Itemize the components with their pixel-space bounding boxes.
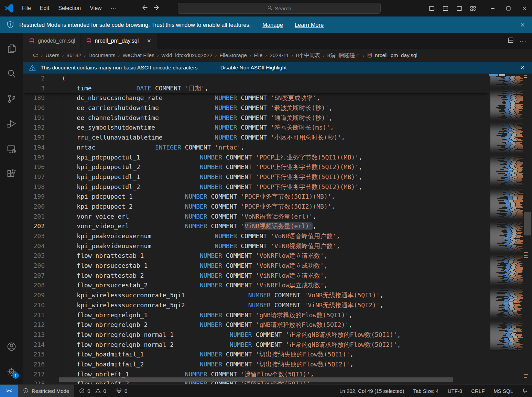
code-line[interactable]: 198 kpi_pdcpupoctdl_2 NUMBER COMMENT 'PD… xyxy=(23,182,488,192)
code-line[interactable]: 193 rru_cellunavailabletime NUMBER COMME… xyxy=(23,133,488,143)
breadcrumb-item[interactable]: File xyxy=(253,52,263,59)
command-center-search[interactable]: Search xyxy=(178,3,381,14)
code-line[interactable]: 199 kpi_pdcpupoct_1 NUMBER COMMENT 'PDCP… xyxy=(23,192,488,202)
editor-more-actions-icon[interactable]: ··· xyxy=(517,37,529,45)
remote-explorer-icon[interactable] xyxy=(4,141,20,157)
menu-file[interactable]: File xyxy=(18,3,35,13)
disable-non-ascii-link[interactable]: Disable Non ASCII Highlight xyxy=(220,65,287,71)
menu-overflow-icon[interactable]: ··· xyxy=(107,3,120,13)
code-line[interactable]: 203 kpi_peakvoiceusernum NUMBER COMMENT … xyxy=(23,231,488,241)
code-line[interactable]: 216 flow_hoadmitfail_2 NUMBER COMMENT '切… xyxy=(23,360,488,370)
minimize-button[interactable] xyxy=(485,0,500,16)
encoding-status[interactable]: UTF-8 xyxy=(443,388,467,394)
breadcrumb-file[interactable]: nrcell_pm_day.sql xyxy=(367,52,417,58)
run-debug-icon[interactable] xyxy=(4,116,20,132)
line-content: ee_symbolshutdowntime NUMBER COMMENT '符号… xyxy=(45,123,488,133)
code-line[interactable]: 189 dc_nbrsuccsnchange_rate NUMBER COMME… xyxy=(23,93,488,103)
notifications-bell-icon[interactable] xyxy=(518,388,532,394)
split-editor-icon[interactable] xyxy=(508,37,514,45)
restricted-banner-message: Restricted Mode is intended for safe cod… xyxy=(19,22,251,28)
code-line[interactable]: 215 flow_hoadmitfail_1 NUMBER COMMENT '切… xyxy=(23,350,488,360)
breadcrumb-item[interactable]: 8涓□腑闂磋〃 xyxy=(327,51,360,60)
forward-button[interactable] xyxy=(153,4,160,12)
code-line[interactable]: 194 nrtac INTEGER COMMENT 'nrtac', xyxy=(23,143,488,153)
code-line[interactable]: 200 kpi_pdcpupoct_2 NUMBER COMMENT 'PDCP… xyxy=(23,202,488,212)
breadcrumb-item[interactable]: FileStorage xyxy=(219,52,247,59)
code-line[interactable]: 190 ee_carriershutdowntime NUMBER COMMEN… xyxy=(23,103,488,113)
problems-status[interactable]: 0 0 xyxy=(74,385,111,397)
line-content: kpi_wirelesssuccconnrate_5qi2 NUMBER COM… xyxy=(45,300,488,310)
code-line[interactable]: 195 kpi_pdcpupoctul_1 NUMBER COMMENT 'PD… xyxy=(23,153,488,163)
restricted-mode-status[interactable]: Restricted Mode xyxy=(18,385,74,397)
breadcrumb-item[interactable]: C: xyxy=(33,52,39,59)
language-mode-status[interactable]: MS SQL xyxy=(489,388,518,394)
line-content: vonr_voice_erl NUMBER COMMENT 'VoNR语音话务量… xyxy=(45,212,488,222)
account-icon[interactable] xyxy=(4,339,20,354)
code-editor[interactable]: 2(3 time DATE COMMENT '日期', 189 dc_nbrsu… xyxy=(23,74,532,384)
tab-gnodeb_cm.sql[interactable]: gnodeb_cm.sql xyxy=(23,33,80,49)
breadcrumb-separator: › xyxy=(215,53,217,58)
code-line[interactable]: 204 kpi_peakvideousernum NUMBER COMMENT … xyxy=(23,241,488,251)
explorer-icon[interactable] xyxy=(4,41,20,56)
source-control-icon[interactable] xyxy=(4,91,20,107)
tab-size-status[interactable]: Tab Size: 4 xyxy=(409,388,443,394)
breadcrumb-item[interactable]: Users xyxy=(45,52,59,59)
code-line[interactable]: 208 flow_nbrsuccestab_2 NUMBER COMMENT '… xyxy=(23,280,488,290)
tab-close-icon[interactable]: ✕ xyxy=(145,37,153,45)
cursor-position-status[interactable]: Ln 202, Col 49 (15 selected) xyxy=(335,388,409,394)
breadcrumb-item[interactable]: 86182 xyxy=(66,52,82,59)
remote-indicator[interactable]: >< xyxy=(0,385,18,397)
learn-more-link[interactable]: Learn More xyxy=(295,22,324,28)
code-line[interactable]: 201 vonr_voice_erl NUMBER COMMENT 'VoNR语… xyxy=(23,212,488,222)
banner-close-icon[interactable] xyxy=(518,21,526,29)
vertical-scrollbar[interactable] xyxy=(523,74,532,384)
search-sidebar-icon[interactable] xyxy=(4,66,20,81)
toggle-panel-icon[interactable] xyxy=(438,0,452,16)
code-line[interactable]: 205 flow_nbrattestab_1 NUMBER COMMENT 'V… xyxy=(23,251,488,261)
code-line[interactable]: 213 flow_nbrreqrelgnb_normal_1 NUMBER CO… xyxy=(23,330,488,340)
line-content: flow_nbrattestab_2 NUMBER COMMENT 'ViNRF… xyxy=(45,271,488,281)
back-button[interactable] xyxy=(141,4,148,12)
code-line[interactable]: 209 kpi_wirelesssuccconnrate_5qi1 NUMBER… xyxy=(23,290,488,300)
line-number: 189 xyxy=(23,93,45,103)
scrollbar-slider[interactable] xyxy=(524,212,531,235)
menu-selection[interactable]: Selection xyxy=(54,3,85,13)
horizontal-scrollbar[interactable] xyxy=(59,377,453,382)
breadcrumb-item[interactable]: Documents xyxy=(88,52,116,59)
code-line[interactable]: 197 kpi_pdcpupoctdl_1 NUMBER COMMENT 'PD… xyxy=(23,172,488,182)
menu-edit[interactable]: Edit xyxy=(36,3,53,13)
unicode-banner-close-icon[interactable] xyxy=(518,64,526,72)
code-line[interactable]: 212 flow_nbrreqrelgnb_2 NUMBER COMMENT '… xyxy=(23,320,488,330)
code-line[interactable]: 2( xyxy=(23,74,488,84)
eol-status[interactable]: CRLF xyxy=(467,388,489,394)
toggle-primary-sidebar-icon[interactable] xyxy=(425,0,438,16)
code-line[interactable]: 202 vonr_video_erl NUMBER COMMENT 'ViNR视… xyxy=(23,221,488,231)
line-number: 205 xyxy=(23,251,45,261)
code-line[interactable]: 207 flow_nbrattestab_2 NUMBER COMMENT 'V… xyxy=(23,271,488,281)
tab-nrcell_pm_day.sql[interactable]: nrcell_pm_day.sql✕ xyxy=(80,33,158,49)
breadcrumb-item[interactable]: 2024-11 xyxy=(269,52,289,59)
code-line[interactable]: 192 ee_symbolshutdowntime NUMBER COMMENT… xyxy=(23,123,488,133)
code-line[interactable]: 206 flow_nbrsuccestab_1 NUMBER COMMENT '… xyxy=(23,261,488,271)
line-number: 199 xyxy=(23,192,45,202)
toggle-secondary-sidebar-icon[interactable] xyxy=(452,0,466,16)
code-line[interactable]: 3 time DATE COMMENT '日期', xyxy=(23,84,488,93)
manage-link[interactable]: Manage xyxy=(262,22,283,28)
breadcrumb-item[interactable]: WeChat Files xyxy=(122,52,155,59)
breadcrumb-item[interactable]: wxid_idtcxd0xuq2o22 xyxy=(161,52,213,59)
code-line[interactable]: 191 ee_channelshutdowntime NUMBER COMMEN… xyxy=(23,113,488,123)
minimap[interactable] xyxy=(488,74,523,384)
ports-status[interactable]: 0 xyxy=(111,385,132,397)
code-line[interactable]: 210 kpi_wirelesssuccconnrate_5qi2 NUMBER… xyxy=(23,300,488,310)
code-line[interactable]: 211 flow_nbrreqrelgnb_1 NUMBER COMMENT '… xyxy=(23,310,488,320)
code-line[interactable]: 214 flow_nbrreqrelgnb_normal_2 NUMBER CO… xyxy=(23,340,488,350)
line-content: flow_hoadmitfail_2 NUMBER COMMENT '切出接纳失… xyxy=(45,360,488,370)
extensions-icon[interactable] xyxy=(4,166,20,182)
settings-gear-icon[interactable]: 1 xyxy=(4,364,20,379)
customize-layout-icon[interactable] xyxy=(466,0,480,16)
menu-view[interactable]: View xyxy=(86,3,105,13)
code-line[interactable]: 196 kpi_pdcpupoctul_2 NUMBER COMMENT 'PD… xyxy=(23,162,488,172)
breadcrumb-item[interactable]: 8个中间表 xyxy=(296,51,321,60)
maximize-button[interactable] xyxy=(500,0,516,16)
close-window-button[interactable] xyxy=(516,0,532,16)
